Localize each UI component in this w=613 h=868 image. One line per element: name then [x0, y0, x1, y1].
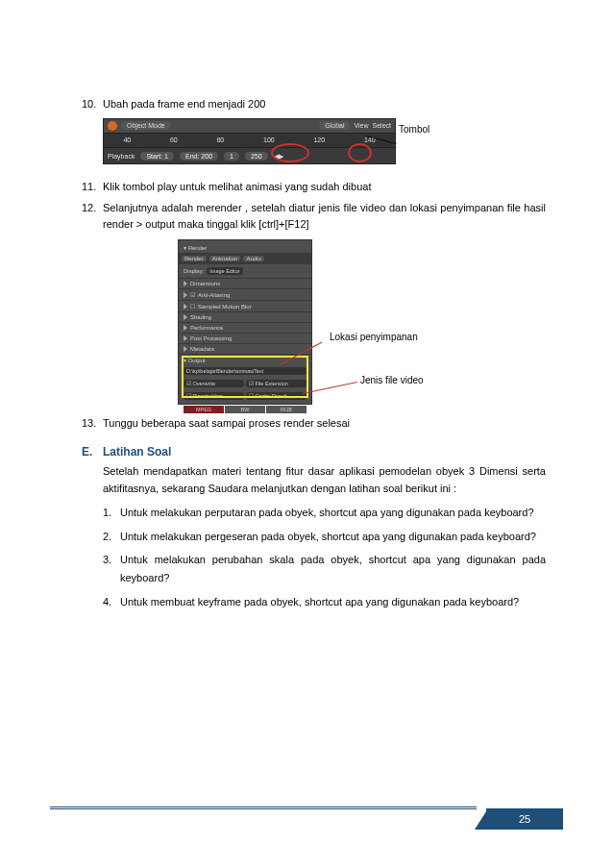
format-mpeg: MPEG: [184, 406, 224, 413]
step-number: 12.: [82, 200, 103, 232]
step-number: 11.: [82, 179, 103, 195]
page-number: 25: [486, 808, 563, 830]
last-frame: 250: [245, 152, 268, 161]
question-text: Untuk melakukan perubahan skala pada oby…: [120, 551, 546, 586]
question-text: Untuk melakukan pergeseran pada obyek, s…: [120, 528, 546, 546]
question-number: 2.: [103, 528, 120, 546]
highlight-circle-end: [271, 143, 309, 162]
display-value: Image Editor: [207, 267, 242, 275]
select-label: Select: [373, 122, 391, 129]
tab-animation: Animation: [209, 256, 241, 261]
render-tabs: Render Animation Audio: [179, 253, 311, 263]
render-panel: ▾ Render Render Animation Audio Display:…: [178, 239, 312, 405]
step-12: 12. Selanjutnya adalah merender , setela…: [82, 200, 546, 232]
annotation-tombol: Tombol: [399, 124, 429, 135]
mode-dropdown: Object Mode: [121, 121, 171, 130]
question-2: 2. Untuk melakukan pergeseran pada obyek…: [103, 528, 546, 546]
panel-row: Dimensions: [179, 278, 311, 288]
render-top: ▾ Render: [179, 240, 311, 253]
panel-row: ☐ Sampled Motion Blur: [179, 300, 311, 311]
tick: 60: [170, 136, 178, 143]
end-frame: End: 200: [180, 152, 218, 161]
chevron-right-icon: [184, 346, 187, 352]
chevron-right-icon: [184, 325, 187, 331]
annotation-jenis: Jenis file video: [360, 374, 424, 386]
footer-rule: [50, 806, 477, 809]
display-row: Display: Image Editor: [179, 263, 311, 278]
section-heading: E. Latihan Soal: [82, 445, 546, 459]
tick: 120: [313, 136, 325, 143]
section-letter: E.: [82, 445, 103, 459]
panel-row: Shading: [179, 311, 311, 322]
panel-row: Performance: [179, 322, 311, 333]
question-text: Untuk melakukan perputaran pada obyek, s…: [120, 504, 546, 522]
step-text: Selanjutnya adalah merender , setelah di…: [103, 200, 546, 232]
format-row: MPEG BW RGB: [184, 406, 306, 413]
chevron-right-icon: [184, 292, 187, 298]
question-number: 4.: [103, 593, 120, 611]
tick: 100: [263, 136, 275, 143]
step-text: Tunggu beberapa saat sampai proses rende…: [103, 415, 546, 432]
question-text: Untuk membuat keyframe pada obyek, short…: [120, 593, 546, 611]
format-bw: BW: [225, 406, 265, 413]
step-number: 13.: [82, 415, 103, 432]
orientation-dropdown: Global: [319, 121, 350, 130]
panel-row: Metadata: [179, 343, 311, 354]
chevron-right-icon: [184, 335, 187, 341]
tick: 80: [216, 136, 224, 143]
step-text: Klik tombol play untuk melihat animasi y…: [103, 179, 546, 195]
timeline-header: Object Mode Global View Select: [104, 119, 395, 133]
chevron-right-icon: [184, 314, 187, 320]
chevron-right-icon: [184, 304, 187, 310]
step-number: 10.: [82, 96, 103, 112]
section-intro: Setelah mendapatkan materi tentang fitur…: [103, 462, 546, 498]
timeline-figure: Object Mode Global View Select 40 60 80 …: [103, 118, 506, 171]
tab-render: Render: [182, 256, 207, 261]
render-figure: ▾ Render Render Animation Audio Display:…: [178, 239, 514, 408]
question-1: 1. Untuk melakukan perputaran pada obyek…: [103, 504, 546, 522]
question-number: 3.: [103, 551, 120, 586]
tab-audio: Audio: [243, 256, 263, 261]
record-icon: [108, 121, 117, 131]
question-number: 1.: [103, 504, 120, 522]
format-rgb: RGB: [266, 406, 306, 413]
highlight-output-box: [182, 356, 308, 398]
panel-row: Post Processing: [179, 333, 311, 343]
start-frame: Start: 1: [140, 152, 174, 161]
section-title: Latihan Soal: [103, 445, 171, 459]
panel-row: ☑ Anti-Aliasing: [179, 288, 311, 300]
annotation-lokasi: Lokasi penyimpanan: [330, 331, 418, 343]
playback-label: Playback: [108, 153, 135, 160]
chevron-right-icon: [184, 281, 187, 286]
current-frame: 1: [224, 152, 239, 161]
question-4: 4. Untuk membuat keyframe pada obyek, sh…: [103, 593, 546, 611]
page-footer: 25: [50, 806, 563, 830]
highlight-circle-play: [348, 143, 372, 162]
step-11: 11. Klik tombol play untuk melihat anima…: [82, 179, 546, 195]
step-13: 13. Tunggu beberapa saat sampai proses r…: [82, 415, 546, 432]
tick: 40: [123, 136, 131, 143]
step-10: 10. Ubah pada frame end menjadi 200: [82, 96, 546, 112]
page-content: 10. Ubah pada frame end menjadi 200 Obje…: [0, 0, 613, 664]
step-text: Ubah pada frame end menjadi 200: [103, 96, 546, 112]
view-label: View: [354, 122, 368, 129]
question-3: 3. Untuk melakukan perubahan skala pada …: [103, 551, 546, 586]
